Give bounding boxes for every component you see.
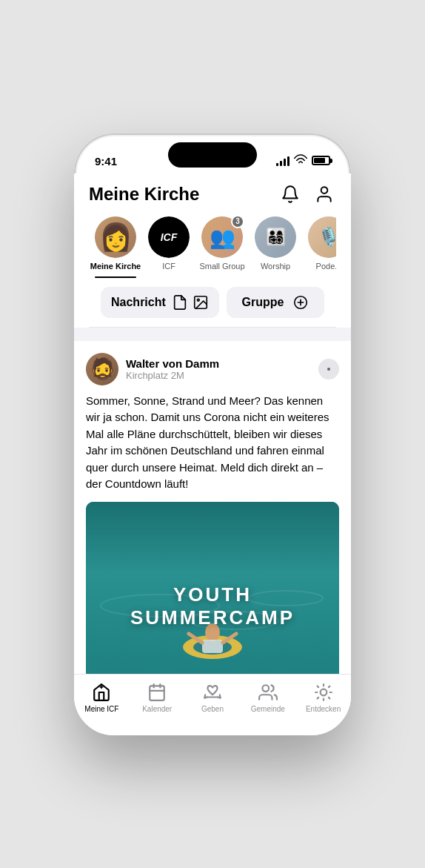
gruppe-label: Gruppe — [241, 296, 284, 309]
camp-title-line2: SUMMERCAMP — [86, 606, 339, 629]
channel-label: Worship — [261, 262, 290, 271]
author-meta: Kirchplatz 2M — [126, 370, 318, 381]
nav-meine-icf[interactable]: Meine ICF — [74, 680, 130, 715]
svg-line-27 — [328, 697, 329, 698]
channel-small-group[interactable]: 3 Small Group — [195, 216, 249, 278]
nav-label-gemeinde: Gemeinde — [251, 705, 285, 713]
channel-podcast[interactable]: Pode... — [302, 216, 336, 278]
avatar-img — [255, 216, 296, 258]
camp-title-block: YOUTH SUMMERCAMP — [86, 583, 339, 629]
svg-point-6 — [327, 368, 330, 371]
home-icon — [92, 682, 111, 703]
bottom-nav: Meine ICF Kalender — [74, 674, 351, 735]
svg-rect-13 — [202, 640, 223, 653]
channel-label: Small Group — [199, 262, 244, 271]
author-name: Walter von Damm — [126, 357, 318, 370]
app-content[interactable]: Meine Kirche — [74, 173, 351, 735]
svg-line-26 — [317, 686, 318, 687]
channel-worship[interactable]: Worship — [249, 216, 302, 278]
nav-gemeinde[interactable]: Gemeinde — [240, 680, 295, 715]
channels-row[interactable]: Meine Kirche ICF ICF 3 — [89, 216, 336, 278]
post-body: Sommer, Sonne, Strand und Meer? Das kenn… — [86, 393, 339, 493]
svg-point-0 — [321, 187, 328, 193]
header-row: Meine Kirche — [89, 182, 336, 206]
channel-icf[interactable]: ICF ICF — [142, 216, 195, 278]
nav-label-kalender: Kalender — [142, 705, 172, 713]
calendar-icon — [147, 682, 167, 703]
nav-label-geben: Geben — [201, 705, 224, 713]
face-placeholder — [95, 216, 136, 258]
signal-icon — [276, 156, 290, 166]
channel-label: Pode... — [316, 262, 336, 271]
header-icons — [278, 182, 336, 206]
author-avatar: 🧔 — [86, 353, 118, 385]
feed: 🧔 Walter von Damm Kirchplatz 2M Sommer, … — [74, 328, 351, 722]
avatar-wrap: 3 — [201, 216, 243, 258]
plus-circle-icon — [292, 294, 309, 311]
nav-label-meine-icf: Meine ICF — [84, 705, 118, 713]
nav-label-entdecken: Entdecken — [306, 705, 341, 713]
post-menu-button[interactable] — [318, 359, 339, 380]
more-icon — [323, 363, 335, 375]
author-info: Walter von Damm Kirchplatz 2M — [126, 357, 318, 381]
channel-label: ICF — [162, 262, 175, 271]
wifi-icon — [294, 154, 307, 168]
face-placeholder — [308, 216, 336, 258]
nachricht-button[interactable]: Nachricht — [101, 287, 219, 318]
phone-shell: 9:41 Meine Kirche — [74, 133, 351, 735]
post-image: YOUTH SUMMERCAMP — [86, 502, 339, 680]
profile-icon — [315, 185, 334, 204]
svg-point-2 — [197, 299, 199, 301]
app-header: Meine Kirche — [74, 173, 351, 328]
people-icon — [258, 682, 278, 703]
svg-line-31 — [328, 686, 329, 687]
status-icons — [276, 154, 330, 168]
sun-icon — [314, 682, 333, 703]
post-author-row: 🧔 Walter von Damm Kirchplatz 2M — [86, 353, 339, 385]
action-icons — [172, 294, 209, 311]
nav-geben[interactable]: Geben — [185, 680, 241, 715]
channel-label: Meine Kirche — [90, 262, 141, 271]
document-icon — [172, 294, 188, 311]
bell-icon — [281, 185, 300, 204]
svg-line-30 — [317, 697, 318, 698]
face-placeholder — [255, 216, 296, 258]
dynamic-island — [168, 142, 257, 168]
profile-button[interactable] — [312, 182, 336, 206]
avatar-img: ICF — [148, 216, 190, 258]
gruppe-button[interactable]: Gruppe — [227, 287, 324, 318]
heart-hand-icon — [203, 682, 222, 703]
app-title: Meine Kirche — [89, 184, 199, 205]
icf-logo: ICF — [148, 216, 190, 258]
svg-point-23 — [320, 689, 327, 695]
nav-entdecken[interactable]: Entdecken — [295, 680, 351, 715]
svg-point-22 — [262, 685, 269, 692]
badge: 3 — [231, 216, 244, 228]
avatar-wrap — [308, 216, 336, 258]
channel-meine-kirche[interactable]: Meine Kirche — [89, 216, 142, 278]
post-card: 🧔 Walter von Damm Kirchplatz 2M Sommer, … — [74, 341, 351, 715]
avatar-wrap — [255, 216, 296, 258]
avatar-img — [308, 216, 336, 258]
action-row: Nachricht Gruppe — [89, 278, 336, 328]
avatar-img — [95, 216, 136, 258]
nav-kalender[interactable]: Kalender — [130, 680, 185, 715]
notifications-button[interactable] — [278, 182, 302, 206]
camp-title-line1: YOUTH — [86, 583, 339, 606]
nachricht-label: Nachricht — [111, 296, 166, 309]
svg-rect-18 — [150, 686, 164, 700]
image-icon — [193, 294, 209, 311]
avatar-wrap: ICF — [148, 216, 190, 258]
status-time: 9:41 — [95, 155, 117, 168]
avatar-wrap — [95, 216, 136, 258]
battery-icon — [312, 156, 330, 165]
